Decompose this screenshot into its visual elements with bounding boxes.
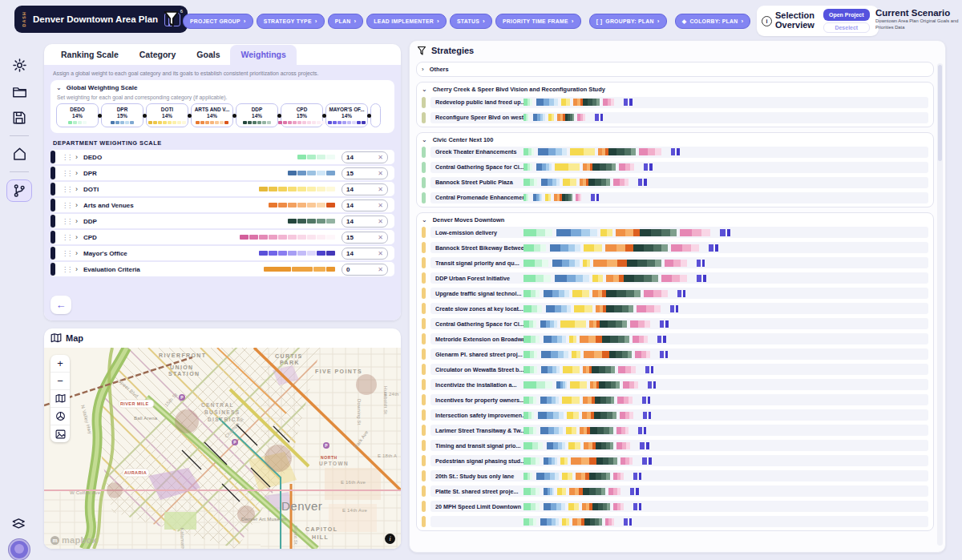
- strategy-item[interactable]: Upgrade traffic signal technol...: [422, 288, 928, 299]
- department-row-ddp[interactable]: ⋮⋮›DDP14✕: [51, 214, 394, 228]
- strategy-item[interactable]: Incentives for property owners...: [422, 394, 928, 405]
- filter-pill-status[interactable]: STATUS›: [450, 14, 492, 29]
- drag-handle-icon[interactable]: ⋮⋮: [62, 154, 71, 161]
- sidebar-item-git-branch[interactable]: [6, 179, 32, 202]
- global-weighting-header[interactable]: ⌄ Global Weighting Scale: [56, 84, 389, 91]
- drag-handle-icon[interactable]: ⋮⋮: [62, 170, 71, 177]
- deselect-button[interactable]: Deselect: [823, 22, 870, 33]
- department-row-dedo[interactable]: ⋮⋮›DEDO14✕: [51, 150, 394, 164]
- department-row-dpr[interactable]: ⋮⋮›DPR15✕: [51, 166, 394, 180]
- filter-pill-project-group[interactable]: PROJECT GROUP›: [183, 14, 253, 29]
- filter-funnel-button[interactable]: 6: [163, 10, 184, 32]
- filter-pill-lead-implementer[interactable]: LEAD IMPLEMENTER›: [366, 14, 447, 29]
- strategy-item[interactable]: Glenarm Pl. shared street proj...: [422, 348, 928, 360]
- collapse-left-button[interactable]: ←: [51, 296, 71, 314]
- goal-weight-card-mayor-s-of-[interactable]: MAYOR'S OF...14%: [325, 103, 368, 127]
- strategy-item[interactable]: Circulator on Wewatta Street b...: [422, 364, 928, 375]
- clear-icon[interactable]: ✕: [378, 186, 383, 193]
- weight-input[interactable]: 15✕: [342, 167, 388, 179]
- clear-icon[interactable]: ✕: [378, 154, 383, 161]
- weight-input[interactable]: 15✕: [342, 232, 388, 244]
- chevron-right-icon[interactable]: ›: [75, 201, 78, 209]
- clear-icon[interactable]: ✕: [378, 170, 383, 177]
- strategy-item[interactable]: Central Promenade Enhancements: [422, 192, 928, 203]
- tab-category[interactable]: Category: [129, 45, 187, 65]
- drag-handle-icon[interactable]: ⋮⋮: [62, 218, 71, 225]
- strategy-item[interactable]: Central Gathering Space for Ci...: [422, 318, 928, 329]
- strategy-item[interactable]: Transit signal priority and qu...: [422, 257, 928, 268]
- weight-input[interactable]: 14✕: [342, 248, 388, 260]
- strategy-item[interactable]: 20 MPH Speed Limit Downtown: [422, 501, 928, 512]
- goal-weight-card-dedo[interactable]: DEDO14%: [56, 103, 99, 127]
- strategy-item[interactable]: Bannock Street Public Plaza: [422, 177, 928, 188]
- strategy-item[interactable]: Metroride Extension on Broadwa...: [422, 333, 928, 344]
- map-canvas[interactable]: PPPRIVERFRONTUNIONSTATIONCURTISPARKFIVE …: [44, 348, 401, 549]
- map-attribution-info-button[interactable]: i: [385, 534, 395, 544]
- clear-icon[interactable]: ✕: [378, 202, 383, 209]
- strategy-item[interactable]: Greek Theater Enhancements: [422, 147, 928, 158]
- chevron-right-icon[interactable]: ›: [75, 265, 78, 273]
- open-project-button[interactable]: Open Project: [823, 9, 870, 21]
- clear-icon[interactable]: ✕: [378, 250, 383, 257]
- strategy-item[interactable]: Central Gathering Space for Ci...: [422, 162, 928, 173]
- goal-weight-card-partial[interactable]: [370, 103, 381, 127]
- weight-input[interactable]: 14✕: [342, 183, 388, 195]
- filter-pill-priority-time-frame[interactable]: PRIORITY TIME FRAME›: [495, 14, 581, 29]
- clear-icon[interactable]: ✕: [378, 234, 383, 241]
- chevron-right-icon[interactable]: ›: [75, 249, 78, 257]
- strategy-item[interactable]: Timing and transit signal prio...: [422, 440, 928, 451]
- weight-input[interactable]: 14✕: [342, 151, 388, 163]
- clear-icon[interactable]: ✕: [378, 218, 383, 225]
- basemap-button[interactable]: [51, 389, 70, 407]
- chevron-right-icon[interactable]: ›: [75, 185, 78, 193]
- department-row-mayor-s-office[interactable]: ⋮⋮›Mayor's Office14✕: [51, 246, 394, 260]
- tab-weightings[interactable]: Weightings: [230, 45, 296, 65]
- strategy-group-header[interactable]: ⌄Cherry Creek & Speer Blvd Vision and Re…: [422, 86, 928, 93]
- drag-handle-icon[interactable]: ⋮⋮: [62, 202, 71, 209]
- goal-weight-card-doti[interactable]: DOTI14%: [146, 103, 188, 127]
- strategy-item[interactable]: Reconfigure Speer Blvd on west...: [422, 112, 928, 123]
- strategy-item[interactable]: Low-emission delivery: [422, 227, 928, 238]
- zoom-in-button[interactable]: +: [51, 355, 70, 372]
- chevron-right-icon[interactable]: ›: [75, 233, 78, 241]
- strategy-item[interactable]: Intersection safety improvemen...: [422, 409, 928, 421]
- clear-icon[interactable]: ✕: [378, 266, 383, 273]
- strategy-item[interactable]: 20th St.: Study bus only lane: [422, 470, 928, 481]
- drag-handle-icon[interactable]: ⋮⋮: [62, 186, 71, 193]
- strategy-group-header[interactable]: ⌄Denver Moves Downtown: [422, 216, 928, 224]
- strategy-item[interactable]: Bannock Street Bikeway Between...: [422, 242, 928, 253]
- goal-weight-card-ddp[interactable]: DDP14%: [236, 103, 278, 127]
- chevron-right-icon[interactable]: ›: [75, 217, 78, 225]
- strategy-item[interactable]: [422, 516, 928, 527]
- strategy-item[interactable]: DDP Urban Forest Initiative: [422, 272, 928, 284]
- strategy-item[interactable]: Pedestrian signal phasing stud...: [422, 455, 928, 466]
- drag-handle-icon[interactable]: ⋮⋮: [62, 250, 71, 257]
- globe-3d-button[interactable]: [51, 407, 70, 425]
- strategy-item[interactable]: Redevelop public land freed up...: [422, 97, 928, 108]
- weight-input[interactable]: 0✕: [342, 264, 388, 276]
- department-row-arts-and-venues[interactable]: ⋮⋮›Arts and Venues14✕: [51, 198, 394, 212]
- strategy-item[interactable]: Create slow zones at key locat...: [422, 303, 928, 314]
- drag-handle-icon[interactable]: ⋮⋮: [62, 234, 71, 241]
- goal-weight-card-dpr[interactable]: DPR15%: [101, 103, 143, 127]
- tab-goals[interactable]: Goals: [186, 45, 230, 65]
- drag-handle-icon[interactable]: ⋮⋮: [62, 266, 71, 273]
- department-row-doti[interactable]: ⋮⋮›DOTI14✕: [51, 182, 394, 196]
- weight-input[interactable]: 14✕: [342, 199, 388, 212]
- strategy-item[interactable]: Platte St. shared street proje...: [422, 485, 928, 497]
- goal-weight-card-arts-and-v-[interactable]: ARTS AND V...14%: [191, 103, 233, 127]
- chevron-right-icon[interactable]: ›: [75, 153, 78, 161]
- department-row-evaluation-criteria[interactable]: ⋮⋮›Evaluation Criteria0✕: [51, 262, 394, 276]
- scrollbar-thumb[interactable]: [938, 65, 942, 161]
- chevron-right-icon[interactable]: ›: [75, 169, 78, 177]
- strategy-group-header[interactable]: ›Others: [422, 66, 928, 73]
- filter-pill-groupby-plan[interactable]: [ ]GROUPBY: PLAN›: [589, 14, 667, 29]
- goal-weight-card-cpd[interactable]: CPD15%: [281, 103, 323, 127]
- filter-pill-colorby-plan[interactable]: ◈COLORBY: PLAN›: [675, 14, 751, 29]
- strategy-item[interactable]: Incentivize the installation a...: [422, 379, 928, 390]
- sidebar-item-home[interactable]: [7, 143, 31, 164]
- filter-pill-plan[interactable]: PLAN›: [328, 14, 364, 29]
- strategy-group-header[interactable]: ⌄Civic Center Next 100: [422, 136, 928, 143]
- sidebar-item-layers[interactable]: [7, 513, 31, 534]
- weight-input[interactable]: 14✕: [342, 216, 388, 228]
